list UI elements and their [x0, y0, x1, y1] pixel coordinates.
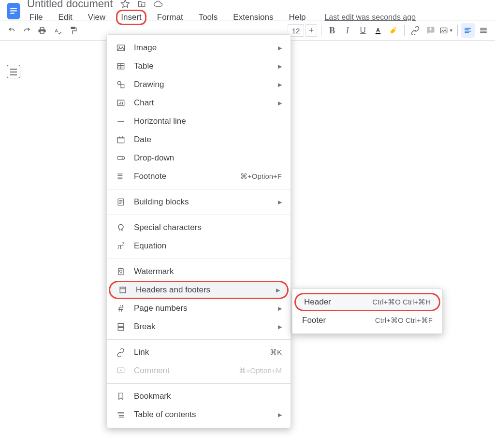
text-color-button[interactable]	[372, 23, 385, 38]
date-icon	[116, 134, 126, 145]
insert-link-button[interactable]	[408, 23, 422, 38]
menu-extensions[interactable]: Extensions	[230, 11, 277, 24]
omega-icon	[116, 222, 126, 233]
insert-break[interactable]: Break ▶	[107, 318, 291, 336]
submenu-arrow-icon: ▶	[276, 287, 280, 293]
outline-icon[interactable]	[7, 65, 20, 78]
submenu-footer[interactable]: Footer Ctrl+⌘O Ctrl+⌘F	[292, 311, 442, 330]
submenu-arrow-icon: ▶	[278, 305, 282, 312]
star-icon[interactable]	[120, 0, 130, 9]
insert-special-characters[interactable]: Special characters	[107, 218, 291, 237]
menu-label: Bookmark	[134, 391, 282, 401]
menu-label: Watermark	[134, 267, 282, 276]
underline-button[interactable]: U	[356, 23, 370, 38]
svg-rect-13	[117, 157, 125, 160]
insert-chart[interactable]: Chart ▶	[107, 94, 291, 112]
last-edit-link[interactable]: Last edit was seconds ago	[324, 13, 416, 22]
bookmark-icon	[116, 391, 126, 402]
menu-label: Footnote	[134, 172, 233, 181]
insert-headers-footers[interactable]: Headers and footers ▶	[109, 281, 289, 299]
insert-watermark[interactable]: Watermark	[107, 262, 291, 281]
headers-footers-submenu: Header Ctrl+⌘O Ctrl+⌘H Footer Ctrl+⌘O Ct…	[292, 289, 443, 334]
svg-rect-10	[121, 85, 124, 88]
move-icon[interactable]	[137, 0, 146, 9]
titlebar: Untitled document File Edit View Insert …	[0, 0, 495, 19]
docs-logo-icon[interactable]	[4, 0, 23, 23]
svg-rect-1	[10, 8, 17, 9]
submenu-arrow-icon: ▶	[278, 324, 282, 330]
add-comment-button[interactable]	[424, 23, 437, 38]
hash-icon: #	[116, 303, 126, 314]
menu-label: Page numbers	[134, 303, 266, 313]
svg-rect-5	[440, 28, 447, 33]
submenu-arrow-icon: ▶	[278, 63, 282, 70]
menu-file[interactable]: File	[26, 11, 46, 24]
menu-label: Image	[134, 43, 266, 53]
submenu-header[interactable]: Header Ctrl+⌘O Ctrl+⌘H	[294, 293, 440, 311]
insert-footnote[interactable]: Footnote ⌘+Option+F	[107, 167, 291, 186]
footnote-icon	[116, 171, 126, 182]
break-icon	[116, 321, 126, 332]
font-size-increase-button[interactable]: +	[306, 24, 317, 37]
insert-menu-popup: Image ▶ Table ▶ Drawing ▶ Chart ▶ Horizo…	[106, 34, 291, 428]
insert-bookmark[interactable]: Bookmark	[107, 387, 291, 405]
menu-separator	[107, 215, 291, 215]
insert-page-numbers[interactable]: # Page numbers ▶	[107, 299, 291, 318]
menu-label: Drawing	[134, 80, 266, 89]
svg-rect-3	[10, 13, 15, 14]
menu-insert[interactable]: Insert	[117, 11, 145, 24]
menu-separator	[107, 189, 291, 189]
submenu-arrow-icon: ▶	[278, 100, 282, 106]
svg-rect-17	[118, 323, 124, 326]
separator	[321, 25, 321, 36]
horizontal-line-icon	[116, 116, 126, 127]
menu-label: Comment	[134, 366, 231, 376]
submenu-label: Header	[304, 297, 372, 307]
print-button[interactable]	[36, 23, 49, 38]
insert-table[interactable]: Table ▶	[107, 57, 291, 75]
menu-label: Table of contents	[134, 410, 266, 419]
svg-rect-15	[118, 268, 123, 275]
insert-link[interactable]: Link ⌘K	[107, 343, 291, 361]
insert-image-button[interactable]: ▼	[439, 23, 453, 38]
menu-label: Break	[134, 322, 266, 332]
doc-title[interactable]: Untitled document	[26, 0, 114, 10]
insert-image[interactable]: Image ▶	[107, 39, 291, 57]
menu-help[interactable]: Help	[285, 11, 309, 24]
submenu-arrow-icon: ▶	[278, 412, 282, 418]
separator	[457, 25, 458, 36]
redo-button[interactable]	[20, 23, 34, 38]
highlight-color-button[interactable]	[387, 23, 400, 38]
shortcut-text: ⌘K	[270, 348, 282, 357]
svg-point-9	[117, 81, 121, 85]
shortcut-text: ⌘+Option+F	[240, 172, 282, 181]
menu-edit[interactable]: Edit	[55, 11, 75, 24]
menubar: File Edit View Insert Format Tools Exten…	[26, 10, 416, 25]
svg-rect-12	[117, 137, 124, 143]
table-icon	[116, 61, 126, 72]
menu-format[interactable]: Format	[154, 11, 187, 24]
align-dropdown-button[interactable]	[477, 23, 490, 38]
insert-table-of-contents[interactable]: Table of contents ▶	[107, 405, 291, 424]
menu-tools[interactable]: Tools	[195, 11, 221, 24]
cloud-status-icon[interactable]	[153, 0, 163, 9]
insert-equation[interactable]: π2 Equation	[107, 237, 291, 255]
insert-horizontal-line[interactable]: Horizontal line	[107, 112, 291, 130]
menu-view[interactable]: View	[85, 11, 109, 24]
equation-icon: π2	[116, 241, 126, 251]
paint-format-button[interactable]	[66, 23, 80, 38]
insert-date[interactable]: Date	[107, 130, 291, 149]
spellcheck-button[interactable]	[51, 23, 64, 38]
italic-button[interactable]: I	[341, 23, 354, 38]
image-icon	[116, 43, 126, 53]
insert-dropdown[interactable]: Drop-down	[107, 149, 291, 167]
bold-button[interactable]: B	[325, 23, 339, 38]
menu-label: Chart	[134, 98, 266, 108]
menu-separator	[107, 339, 291, 340]
insert-building-blocks[interactable]: Building blocks ▶	[107, 193, 291, 211]
align-left-button[interactable]	[461, 23, 475, 38]
insert-drawing[interactable]: Drawing ▶	[107, 75, 291, 94]
undo-button[interactable]	[5, 23, 18, 38]
menu-separator	[107, 259, 291, 259]
shortcut-text: ⌘+Option+M	[239, 366, 282, 375]
